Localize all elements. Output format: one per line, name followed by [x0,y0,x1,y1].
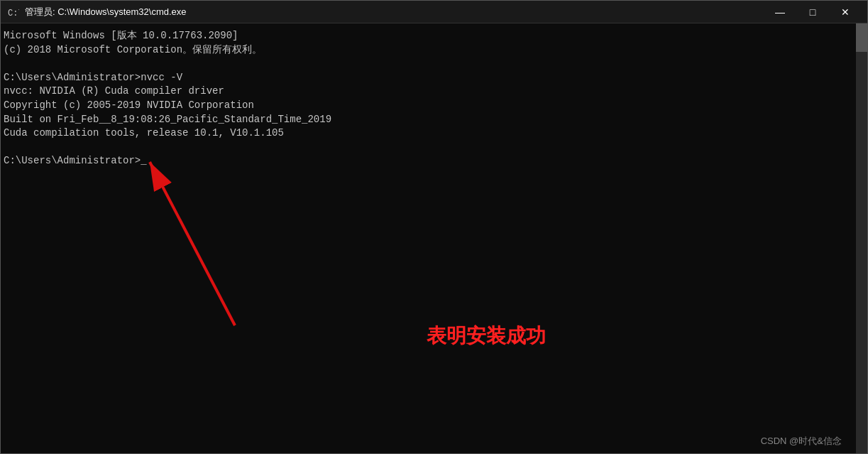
cmd-window: C:\ 管理员: C:\Windows\system32\cmd.exe — □… [0,0,868,454]
content-area: Microsoft Windows [版本 10.0.17763.2090](c… [1,23,867,453]
maximize-button[interactable]: □ [796,1,829,23]
terminal-line: Built on Fri_Feb__8_19:08:26_Pacific_Sta… [4,113,853,127]
annotation-text: 表明安装成功 [427,322,546,350]
terminal-line [4,141,853,155]
close-button[interactable]: ✕ [829,1,862,23]
scrollbar[interactable] [856,23,867,453]
terminal-line: C:\Users\Administrator>_ [4,154,853,168]
window-controls: — □ ✕ [764,1,862,23]
terminal-line: (c) 2018 Microsoft Corporation。保留所有权利。 [4,43,853,58]
watermark: CSDN @时代&信念 [761,435,842,448]
terminal-line [4,57,853,71]
terminal-line: Microsoft Windows [版本 10.0.17763.2090] [4,29,853,43]
terminal-lines: Microsoft Windows [版本 10.0.17763.2090](c… [4,29,853,168]
cmd-icon: C:\ [6,6,19,18]
terminal-line: Copyright (c) 2005-2019 NVIDIA Corporati… [4,99,853,113]
terminal-line: nvcc: NVIDIA (R) Cuda compiler driver [4,85,853,99]
terminal-output[interactable]: Microsoft Windows [版本 10.0.17763.2090](c… [1,23,856,453]
terminal-line: C:\Users\Administrator>nvcc -V [4,71,853,85]
window-title: 管理员: C:\Windows\system32\cmd.exe [25,6,764,18]
terminal-line: Cuda compilation tools, release 10.1, V1… [4,126,853,141]
minimize-button[interactable]: — [764,1,796,23]
scrollbar-thumb[interactable] [856,23,867,52]
title-bar: C:\ 管理员: C:\Windows\system32\cmd.exe — □… [1,1,867,23]
svg-text:C:\: C:\ [8,9,19,18]
svg-line-3 [150,162,235,325]
